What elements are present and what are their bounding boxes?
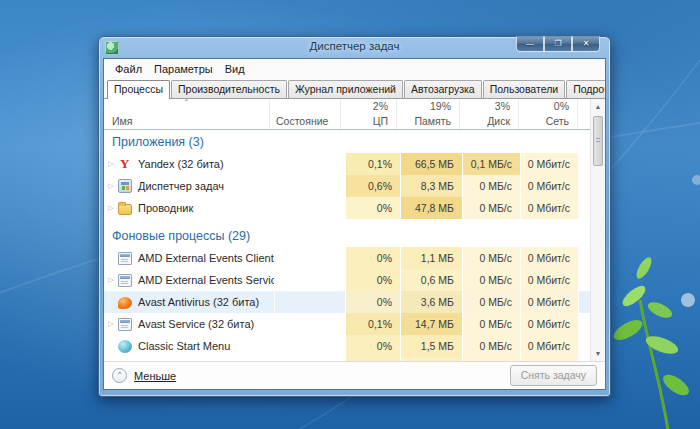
net-cell: 0 Мбит/с <box>520 313 578 335</box>
tab-active[interactable]: Процессы <box>107 80 170 99</box>
state-cell <box>274 153 345 175</box>
expand-arrow-icon[interactable]: ▷ <box>104 204 118 212</box>
spacer-cell <box>578 247 590 269</box>
column-header-name[interactable]: ˆ Имя <box>104 99 269 129</box>
table-row[interactable]: Classic Start Menu0%1,5 МБ0 МБ/с0 Мбит/с <box>104 335 590 357</box>
table-row[interactable]: AMD External Events Client Mo...0%1,1 МБ… <box>104 247 590 269</box>
tab-inactive[interactable]: Пользователи <box>483 80 566 98</box>
process-name-cell: Classic Start Menu <box>104 335 274 357</box>
chevron-up-icon: ⌃ <box>112 368 127 383</box>
expand-arrow-icon[interactable]: ▷ <box>104 182 118 190</box>
column-total-percent: 2% <box>373 100 388 112</box>
table-row[interactable]: COM Surrogate0%0,7 МБ0 МБ/с0 Мбит/с <box>104 357 590 361</box>
column-total-percent: 0% <box>554 100 569 112</box>
tab-inactive[interactable]: Производительность <box>171 80 287 98</box>
table-row[interactable]: ▷Yandex (32 бита)0,1%66,5 МБ0,1 МБ/с0 Мб… <box>104 153 590 175</box>
section-header[interactable]: Фоновые процессы (29) <box>104 224 590 247</box>
process-name-cell: AMD External Events Client Mo... <box>104 247 274 269</box>
scroll-down-icon[interactable]: ▼ <box>591 346 605 361</box>
exe-icon <box>118 252 132 265</box>
table-row[interactable]: ▷Диспетчер задач0,6%8,3 МБ0 МБ/с0 Мбит/с <box>104 175 590 197</box>
mem-cell: 1,1 МБ <box>400 247 462 269</box>
close-button[interactable]: ✕ <box>572 36 600 52</box>
net-cell: 0 Мбит/с <box>520 335 578 357</box>
section-header[interactable]: Приложения (3) <box>104 130 590 153</box>
process-table: ˆ Имя Состояние 2%ЦП19%Память3%Диск0%Сет… <box>104 99 605 361</box>
spacer-cell <box>578 357 590 361</box>
net-cell: 0 Мбит/с <box>520 291 578 313</box>
net-cell: 0 Мбит/с <box>520 175 578 197</box>
table-row[interactable]: ▷Проводник0%47,8 МБ0 МБ/с0 Мбит/с <box>104 197 590 219</box>
footer-bar: ⌃ Меньше Снять задачу <box>104 361 605 389</box>
process-name: Yandex (32 бита) <box>138 158 224 170</box>
disk-cell: 0 МБ/с <box>462 291 520 313</box>
spacer-cell <box>578 291 590 313</box>
taskmanager-icon <box>118 179 132 193</box>
sort-ascending-icon: ˆ <box>104 99 269 108</box>
disk-cell: 0 МБ/с <box>462 313 520 335</box>
minimize-button[interactable]: — <box>516 36 544 52</box>
mem-cell: 0,6 МБ <box>400 269 462 291</box>
spacer-cell <box>578 175 590 197</box>
spacer-cell <box>578 269 590 291</box>
mem-cell: 47,8 МБ <box>400 197 462 219</box>
exe-icon <box>118 274 132 287</box>
mem-cell: 8,3 МБ <box>400 175 462 197</box>
menu-item[interactable]: Вид <box>219 61 251 77</box>
state-cell <box>274 197 345 219</box>
window-controls: — ❐ ✕ <box>516 36 600 52</box>
cpu-cell: 0% <box>345 269 400 291</box>
menu-item[interactable]: Файл <box>109 61 148 77</box>
disk-cell: 0,1 МБ/с <box>462 153 520 175</box>
cpu-cell: 0,6% <box>345 175 400 197</box>
process-name-cell: Avast Antivirus (32 бита) <box>104 291 274 313</box>
column-header-stat[interactable]: 0%Сеть <box>518 99 577 129</box>
expand-arrow-icon[interactable]: ▷ <box>104 160 118 168</box>
cpu-cell: 0,1% <box>345 313 400 335</box>
exe-icon <box>118 318 132 331</box>
table-header-row: ˆ Имя Состояние 2%ЦП19%Память3%Диск0%Сет… <box>104 99 590 130</box>
column-total-percent: 19% <box>430 100 451 112</box>
column-header-stat[interactable]: 3%Диск <box>459 99 518 129</box>
column-header-spacer <box>577 99 590 129</box>
column-header-stat[interactable]: 19%Память <box>396 99 459 129</box>
title-bar[interactable]: Диспетчер задач — ❐ ✕ <box>103 37 606 58</box>
tab-inactive[interactable]: Журнал приложений <box>288 80 403 98</box>
table-row[interactable]: ▷Avast Service (32 бита)0,1%14,7 МБ0 МБ/… <box>104 313 590 335</box>
table-row[interactable]: ▷AMD External Events Service Mo...0%0,6 … <box>104 269 590 291</box>
cpu-cell: 0,1% <box>345 153 400 175</box>
column-label: Память <box>414 115 451 127</box>
end-task-button[interactable]: Снять задачу <box>510 365 597 386</box>
net-cell: 0 Мбит/с <box>520 153 578 175</box>
process-name-cell: ▷Yandex (32 бита) <box>104 153 274 175</box>
state-cell <box>274 357 345 361</box>
disk-cell: 0 МБ/с <box>462 247 520 269</box>
maximize-button[interactable]: ❐ <box>544 36 572 52</box>
fewer-details-toggle[interactable]: ⌃ Меньше <box>112 368 176 383</box>
process-name: AMD External Events Client Mo... <box>138 252 274 264</box>
state-cell <box>274 313 345 335</box>
task-manager-window: Диспетчер задач — ❐ ✕ ФайлПараметрыВид П… <box>98 36 611 397</box>
fewer-details-label: Меньше <box>134 370 176 382</box>
scroll-up-icon[interactable]: ▲ <box>591 99 605 114</box>
vertical-scrollbar[interactable]: ▲ ▼ <box>590 99 605 361</box>
menu-bar: ФайлПараметрыВид <box>104 59 605 78</box>
column-header-state[interactable]: Состояние <box>269 99 340 129</box>
net-cell: 0 Мбит/с <box>520 357 578 361</box>
scrollbar-thumb[interactable] <box>593 116 603 166</box>
state-cell <box>274 247 345 269</box>
net-cell: 0 Мбит/с <box>520 197 578 219</box>
mem-cell: 0,7 МБ <box>400 357 462 361</box>
process-name: Classic Start Menu <box>138 340 230 352</box>
process-name-cell: COM Surrogate <box>104 357 274 361</box>
spacer-cell <box>578 153 590 175</box>
column-header-stat[interactable]: 2%ЦП <box>340 99 396 129</box>
state-cell <box>274 269 345 291</box>
cpu-cell: 0% <box>345 357 400 361</box>
tab-inactive[interactable]: Подробности <box>566 80 606 98</box>
table-row[interactable]: Avast Antivirus (32 бита)0%3,6 МБ0 МБ/с0… <box>104 291 590 313</box>
tab-inactive[interactable]: Автозагрузка <box>404 80 482 98</box>
menu-item[interactable]: Параметры <box>148 61 219 77</box>
expand-arrow-icon[interactable]: ▷ <box>104 276 118 284</box>
expand-arrow-icon[interactable]: ▷ <box>104 320 118 328</box>
